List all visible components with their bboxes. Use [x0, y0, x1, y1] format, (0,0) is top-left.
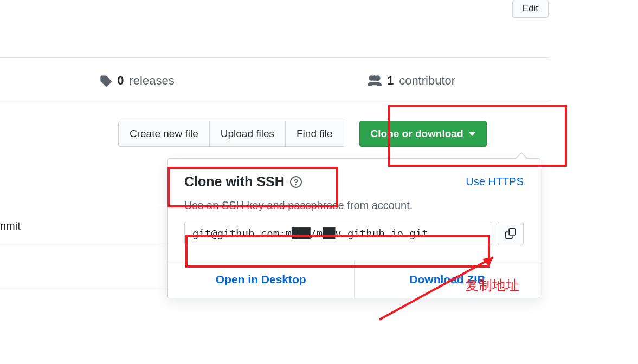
people-icon [368, 75, 382, 87]
create-new-file-button[interactable]: Create new file [118, 121, 210, 147]
upload-files-button[interactable]: Upload files [209, 121, 286, 147]
clone-or-download-button[interactable]: Clone or download [359, 121, 487, 147]
repo-stats-row: 0 releases 1 contributor [0, 57, 549, 103]
tag-icon [100, 75, 112, 87]
contributors-count: 1 [387, 74, 394, 88]
releases-count: 0 [117, 74, 124, 88]
caret-down-icon [469, 132, 475, 136]
clone-url-input[interactable] [184, 222, 492, 245]
annotation-text: 复制地址 [465, 276, 519, 294]
file-toolbar: Create new file Upload files Find file C… [118, 121, 487, 147]
contributors-label: contributor [399, 74, 455, 88]
releases-stat[interactable]: 0 releases [0, 58, 274, 103]
clone-title: Clone with SSH ? [184, 174, 302, 190]
clone-download-label: Clone or download [371, 128, 463, 140]
clone-title-text: Clone with SSH [184, 174, 285, 190]
clipboard-icon [505, 227, 516, 239]
contributors-stat[interactable]: 1 contributor [274, 58, 549, 103]
list-row: nmit [0, 206, 168, 246]
open-in-desktop-button[interactable]: Open in Desktop [168, 261, 355, 298]
help-icon[interactable]: ? [290, 176, 302, 188]
clone-description: Use an SSH key and passphrase from accou… [184, 199, 524, 212]
list-row [0, 246, 168, 287]
find-file-button[interactable]: Find file [285, 121, 344, 147]
copy-url-button[interactable] [498, 222, 524, 245]
use-https-link[interactable]: Use HTTPS [466, 176, 524, 188]
releases-label: releases [130, 74, 175, 88]
edit-button[interactable]: Edit [512, 0, 549, 18]
